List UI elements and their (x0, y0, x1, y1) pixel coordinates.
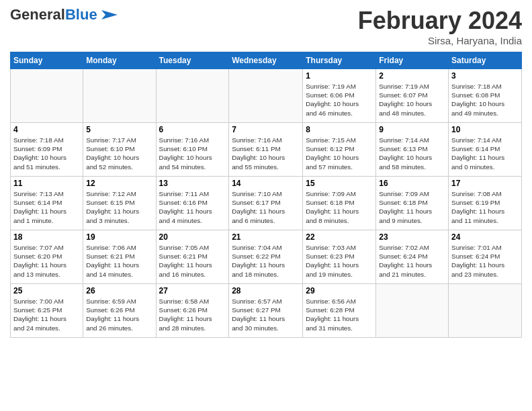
calendar-cell (229, 69, 303, 123)
calendar-cell (83, 69, 156, 123)
calendar-cell: 19Sunrise: 7:06 AM Sunset: 6:21 PM Dayli… (83, 230, 156, 284)
calendar-cell: 21Sunrise: 7:04 AM Sunset: 6:22 PM Dayli… (229, 230, 303, 284)
location: Sirsa, Haryana, India (358, 35, 522, 46)
calendar-week-row: 11Sunrise: 7:13 AM Sunset: 6:14 PM Dayli… (11, 177, 522, 230)
calendar-cell: 18Sunrise: 7:07 AM Sunset: 6:20 PM Dayli… (11, 230, 83, 284)
calendar-cell: 20Sunrise: 7:05 AM Sunset: 6:21 PM Dayli… (156, 230, 229, 284)
day-info: Sunrise: 7:14 AM Sunset: 6:13 PM Dayligh… (379, 136, 445, 171)
day-info: Sunrise: 7:07 AM Sunset: 6:20 PM Dayligh… (13, 243, 80, 279)
day-number: 15 (306, 179, 373, 188)
calendar-week-row: 25Sunrise: 7:00 AM Sunset: 6:25 PM Dayli… (11, 284, 522, 338)
day-header-thursday: Thursday (303, 52, 376, 69)
calendar-cell: 23Sunrise: 7:02 AM Sunset: 6:24 PM Dayli… (376, 230, 449, 284)
calendar-cell (156, 69, 229, 123)
page-header: GeneralBlue February 2024 Sirsa, Haryana… (10, 7, 522, 46)
day-number: 23 (379, 232, 445, 242)
day-number: 9 (379, 125, 445, 134)
day-header-tuesday: Tuesday (156, 52, 229, 69)
day-info: Sunrise: 7:17 AM Sunset: 6:10 PM Dayligh… (86, 136, 152, 171)
day-number: 28 (232, 286, 300, 295)
calendar-cell: 6Sunrise: 7:16 AM Sunset: 6:10 PM Daylig… (156, 123, 229, 177)
day-number: 3 (451, 71, 519, 81)
calendar-cell: 14Sunrise: 7:10 AM Sunset: 6:17 PM Dayli… (229, 177, 303, 230)
calendar-cell: 1Sunrise: 7:19 AM Sunset: 6:06 PM Daylig… (303, 69, 376, 123)
calendar-cell: 10Sunrise: 7:14 AM Sunset: 6:14 PM Dayli… (449, 123, 522, 177)
calendar-cell: 15Sunrise: 7:09 AM Sunset: 6:18 PM Dayli… (303, 177, 376, 230)
calendar-week-row: 4Sunrise: 7:18 AM Sunset: 6:09 PM Daylig… (11, 123, 522, 177)
day-info: Sunrise: 7:09 AM Sunset: 6:18 PM Dayligh… (306, 189, 373, 225)
calendar-cell: 22Sunrise: 7:03 AM Sunset: 6:23 PM Dayli… (303, 230, 376, 284)
calendar-cell (376, 284, 449, 338)
calendar-cell (11, 69, 83, 123)
calendar-cell: 12Sunrise: 7:12 AM Sunset: 6:15 PM Dayli… (83, 177, 156, 230)
logo-text: GeneralBlue (10, 7, 97, 23)
day-number: 8 (306, 125, 373, 134)
calendar-cell: 28Sunrise: 6:57 AM Sunset: 6:27 PM Dayli… (229, 284, 303, 338)
day-info: Sunrise: 7:10 AM Sunset: 6:17 PM Dayligh… (232, 189, 300, 225)
calendar-cell: 4Sunrise: 7:18 AM Sunset: 6:09 PM Daylig… (11, 123, 83, 177)
day-number: 1 (306, 71, 373, 81)
day-info: Sunrise: 7:19 AM Sunset: 6:06 PM Dayligh… (306, 82, 373, 118)
day-info: Sunrise: 7:04 AM Sunset: 6:22 PM Dayligh… (232, 243, 300, 279)
day-info: Sunrise: 6:59 AM Sunset: 6:26 PM Dayligh… (86, 297, 152, 332)
calendar-cell: 25Sunrise: 7:00 AM Sunset: 6:25 PM Dayli… (11, 284, 83, 338)
day-info: Sunrise: 7:02 AM Sunset: 6:24 PM Dayligh… (379, 243, 445, 279)
day-info: Sunrise: 6:56 AM Sunset: 6:28 PM Dayligh… (306, 297, 373, 332)
day-info: Sunrise: 7:14 AM Sunset: 6:14 PM Dayligh… (451, 136, 519, 171)
day-info: Sunrise: 7:18 AM Sunset: 6:09 PM Dayligh… (13, 136, 80, 171)
calendar-cell: 17Sunrise: 7:08 AM Sunset: 6:19 PM Dayli… (449, 177, 522, 230)
logo-icon (99, 7, 118, 22)
day-info: Sunrise: 7:15 AM Sunset: 6:12 PM Dayligh… (306, 136, 373, 171)
day-number: 29 (306, 286, 373, 295)
calendar-cell: 8Sunrise: 7:15 AM Sunset: 6:12 PM Daylig… (303, 123, 376, 177)
day-number: 6 (159, 125, 226, 134)
day-number: 20 (159, 232, 226, 242)
day-number: 13 (159, 179, 226, 188)
day-info: Sunrise: 7:00 AM Sunset: 6:25 PM Dayligh… (13, 297, 80, 332)
calendar-table: SundayMondayTuesdayWednesdayThursdayFrid… (10, 52, 522, 338)
calendar-cell: 11Sunrise: 7:13 AM Sunset: 6:14 PM Dayli… (11, 177, 83, 230)
day-number: 19 (86, 232, 152, 242)
day-number: 4 (13, 125, 80, 134)
calendar-week-row: 1Sunrise: 7:19 AM Sunset: 6:06 PM Daylig… (11, 69, 522, 123)
logo: GeneralBlue (10, 7, 118, 23)
day-number: 14 (232, 179, 300, 188)
calendar-cell: 9Sunrise: 7:14 AM Sunset: 6:13 PM Daylig… (376, 123, 449, 177)
day-number: 11 (13, 179, 80, 188)
day-number: 16 (379, 179, 445, 188)
page-container: GeneralBlue February 2024 Sirsa, Haryana… (0, 0, 532, 341)
day-number: 2 (379, 71, 445, 81)
day-info: Sunrise: 7:16 AM Sunset: 6:10 PM Dayligh… (159, 136, 226, 171)
day-info: Sunrise: 7:19 AM Sunset: 6:07 PM Dayligh… (379, 82, 445, 118)
calendar-cell: 3Sunrise: 7:18 AM Sunset: 6:08 PM Daylig… (449, 69, 522, 123)
day-number: 12 (86, 179, 152, 188)
day-info: Sunrise: 7:12 AM Sunset: 6:15 PM Dayligh… (86, 189, 152, 225)
calendar-cell: 27Sunrise: 6:58 AM Sunset: 6:26 PM Dayli… (156, 284, 229, 338)
calendar-cell: 29Sunrise: 6:56 AM Sunset: 6:28 PM Dayli… (303, 284, 376, 338)
day-info: Sunrise: 7:09 AM Sunset: 6:18 PM Dayligh… (379, 189, 445, 225)
calendar-cell: 5Sunrise: 7:17 AM Sunset: 6:10 PM Daylig… (83, 123, 156, 177)
day-number: 17 (451, 179, 519, 188)
day-info: Sunrise: 7:11 AM Sunset: 6:16 PM Dayligh… (159, 189, 226, 225)
svg-marker-0 (101, 10, 118, 19)
day-number: 7 (232, 125, 300, 134)
day-info: Sunrise: 7:05 AM Sunset: 6:21 PM Dayligh… (159, 243, 226, 279)
calendar-cell: 26Sunrise: 6:59 AM Sunset: 6:26 PM Dayli… (83, 284, 156, 338)
day-header-friday: Friday (376, 52, 449, 69)
day-info: Sunrise: 6:57 AM Sunset: 6:27 PM Dayligh… (232, 297, 300, 332)
day-number: 21 (232, 232, 300, 242)
day-info: Sunrise: 7:08 AM Sunset: 6:19 PM Dayligh… (451, 189, 519, 225)
day-info: Sunrise: 7:01 AM Sunset: 6:24 PM Dayligh… (451, 243, 519, 279)
calendar-cell: 7Sunrise: 7:16 AM Sunset: 6:11 PM Daylig… (229, 123, 303, 177)
day-number: 25 (13, 286, 80, 295)
day-number: 24 (451, 232, 519, 242)
day-number: 26 (86, 286, 152, 295)
calendar-week-row: 18Sunrise: 7:07 AM Sunset: 6:20 PM Dayli… (11, 230, 522, 284)
calendar-header-row: SundayMondayTuesdayWednesdayThursdayFrid… (11, 52, 522, 69)
day-info: Sunrise: 7:16 AM Sunset: 6:11 PM Dayligh… (232, 136, 300, 171)
day-number: 22 (306, 232, 373, 242)
calendar-cell: 24Sunrise: 7:01 AM Sunset: 6:24 PM Dayli… (449, 230, 522, 284)
day-info: Sunrise: 7:03 AM Sunset: 6:23 PM Dayligh… (306, 243, 373, 279)
calendar-cell: 2Sunrise: 7:19 AM Sunset: 6:07 PM Daylig… (376, 69, 449, 123)
day-header-saturday: Saturday (449, 52, 522, 69)
